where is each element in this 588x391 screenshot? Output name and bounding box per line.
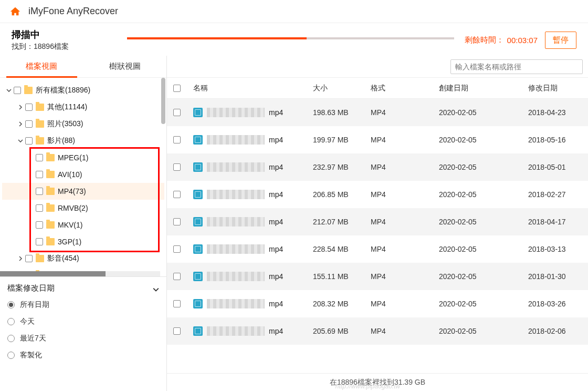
file-create-date: 2020-02-05	[439, 108, 528, 117]
file-format: MP4	[371, 163, 439, 171]
row-checkbox[interactable]	[173, 245, 181, 253]
tree-scrollbar[interactable]	[161, 78, 165, 276]
col-size[interactable]: 大小	[313, 84, 371, 93]
file-icon	[193, 272, 203, 281]
row-checkbox[interactable]	[173, 163, 181, 171]
tree-h-scroll-thumb[interactable]	[0, 271, 106, 276]
tree-label: MP4(73)	[58, 187, 86, 196]
tab-tree-view[interactable]: 樹狀視圖	[83, 56, 167, 77]
select-all-checkbox[interactable]	[173, 85, 181, 92]
checkbox[interactable]	[14, 87, 21, 94]
file-format: MP4	[371, 136, 439, 144]
chevron-down-icon[interactable]	[17, 137, 24, 145]
filter-date-header[interactable]: 檔案修改日期	[7, 281, 159, 296]
main-panel: 名稱 大小 格式 創建日期 修改日期 mp4198.63 MBMP42020-0…	[167, 56, 588, 391]
file-name-redacted	[207, 244, 265, 254]
filter-option-today[interactable]: 今天	[7, 313, 159, 330]
row-checkbox[interactable]	[173, 218, 181, 225]
checkbox[interactable]	[36, 154, 43, 161]
file-size: 212.07 MB	[313, 218, 371, 226]
time-remaining-value: 00:03:07	[507, 36, 538, 45]
row-checkbox[interactable]	[173, 327, 181, 335]
table-row[interactable]: mp4212.07 MBMP42020-02-052018-04-17	[167, 208, 588, 235]
tree-node-mpeg[interactable]: MPEG(1)	[2, 149, 164, 166]
row-checkbox[interactable]	[173, 109, 181, 116]
chevron-down-icon[interactable]	[5, 87, 13, 94]
tree-scrollbar-thumb[interactable]	[161, 78, 165, 124]
chevron-right-icon[interactable]	[17, 104, 24, 111]
radio[interactable]	[7, 352, 15, 359]
table-row[interactable]: mp4205.69 MBMP42020-02-052018-02-06	[167, 317, 588, 345]
file-format: MP4	[371, 190, 439, 199]
file-icon	[193, 299, 203, 308]
radio[interactable]	[7, 301, 15, 308]
folder-icon	[46, 204, 55, 212]
checkbox[interactable]	[36, 171, 43, 178]
row-checkbox[interactable]	[173, 136, 181, 143]
home-icon[interactable]	[9, 6, 21, 17]
col-modify-date[interactable]: 修改日期	[528, 84, 588, 93]
col-create-date[interactable]: 創建日期	[439, 84, 528, 93]
checkbox[interactable]	[36, 238, 43, 245]
checkbox[interactable]	[36, 221, 43, 229]
row-checkbox[interactable]	[173, 273, 181, 280]
checkbox[interactable]	[25, 120, 33, 128]
tree-node-mkv[interactable]: MKV(1)	[2, 217, 164, 233]
table-row[interactable]: mp4199.97 MBMP42020-02-052018-05-16	[167, 126, 588, 153]
table-row[interactable]: mp4232.97 MBMP42020-02-052018-05-01	[167, 153, 588, 181]
file-ext: mp4	[269, 108, 283, 117]
folder-icon	[36, 120, 44, 128]
table-row[interactable]: mp4198.63 MBMP42020-02-052018-04-23	[167, 99, 588, 126]
checkbox[interactable]	[25, 104, 33, 111]
file-icon	[193, 190, 203, 199]
filter-option-7days[interactable]: 最近7天	[7, 330, 159, 347]
checkbox[interactable]	[25, 255, 33, 262]
file-ext: mp4	[269, 163, 283, 171]
file-ext: mp4	[269, 300, 283, 308]
col-format[interactable]: 格式	[371, 84, 439, 93]
chevron-right-icon[interactable]	[17, 120, 24, 128]
checkbox[interactable]	[36, 188, 43, 195]
filter-option-all[interactable]: 所有日期	[7, 296, 159, 313]
tree-node-other[interactable]: 其他(11144)	[2, 99, 164, 116]
table-row[interactable]: mp4155.11 MBMP42020-02-052018-01-30	[167, 263, 588, 290]
search-input[interactable]	[450, 59, 583, 74]
tree-node-avi[interactable]: AVI(10)	[2, 166, 164, 183]
checkbox[interactable]	[25, 137, 33, 145]
tree-root[interactable]: 所有檔案(18896)	[2, 82, 164, 99]
file-create-date: 2020-02-05	[439, 245, 528, 253]
app-title: iMyFone AnyRecover	[28, 6, 118, 17]
tree-node-videos[interactable]: 影片(88)	[2, 132, 164, 149]
table-row[interactable]: mp4228.54 MBMP42020-02-052018-03-13	[167, 235, 588, 263]
row-checkbox[interactable]	[173, 191, 181, 198]
tree-node-audio[interactable]: 影音(454)	[2, 250, 164, 267]
file-size: 155.11 MB	[313, 272, 371, 281]
filter-option-custom[interactable]: 客製化	[7, 347, 159, 364]
file-create-date: 2020-02-05	[439, 190, 528, 199]
checkbox[interactable]	[36, 204, 43, 212]
col-name[interactable]: 名稱	[190, 84, 313, 93]
table-row[interactable]: mp4208.32 MBMP42020-02-052018-03-26	[167, 290, 588, 317]
radio[interactable]	[7, 335, 15, 342]
folder-icon	[46, 171, 55, 178]
file-modify-date: 2018-03-26	[528, 300, 588, 308]
file-name-redacted	[207, 217, 265, 227]
tree-node-3gp[interactable]: 3GP(1)	[2, 233, 164, 250]
chevron-right-icon[interactable]	[17, 255, 24, 262]
tree-node-photos[interactable]: 照片(3503)	[2, 116, 164, 132]
tree-label: 影音(454)	[47, 254, 79, 263]
tab-file-view[interactable]: 檔案視圖	[0, 56, 83, 77]
radio[interactable]	[7, 318, 15, 325]
filter-option-label: 最近7天	[20, 334, 46, 343]
tree-node-mp4[interactable]: MP4(73)	[2, 183, 164, 200]
file-name-redacted	[207, 162, 265, 172]
tree-node-rmvb[interactable]: RMVB(2)	[2, 200, 164, 217]
file-modify-date: 2018-04-17	[528, 218, 588, 226]
status-bar: 掃描中 找到：18896檔案 剩餘時間： 00:03:07 暫停	[0, 23, 588, 56]
filter-date-title: 檔案修改日期	[7, 283, 55, 293]
table-row[interactable]: mp4206.85 MBMP42020-02-052018-02-27	[167, 181, 588, 208]
row-checkbox[interactable]	[173, 300, 181, 307]
tree-h-scrollbar[interactable]	[0, 271, 160, 276]
folder-icon	[46, 221, 55, 229]
pause-button[interactable]: 暫停	[545, 32, 576, 49]
